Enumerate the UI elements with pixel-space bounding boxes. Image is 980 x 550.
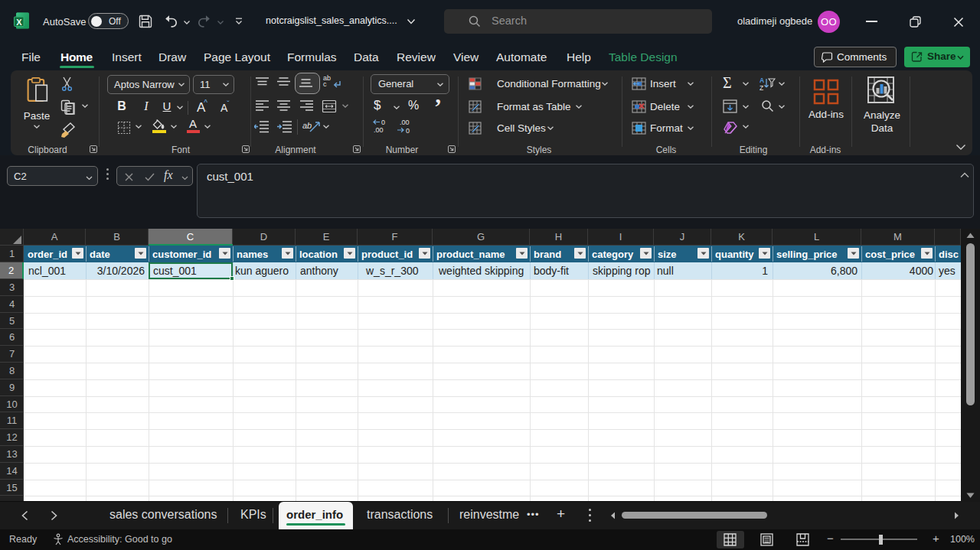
svg-text:A: A xyxy=(760,76,764,84)
svg-text:.00: .00 xyxy=(374,126,384,134)
svg-text:0: 0 xyxy=(381,119,385,126)
svg-text:0: 0 xyxy=(406,127,410,134)
svg-text:.00: .00 xyxy=(400,119,410,126)
svg-text:X: X xyxy=(16,18,22,27)
svg-text:Z: Z xyxy=(760,84,763,91)
